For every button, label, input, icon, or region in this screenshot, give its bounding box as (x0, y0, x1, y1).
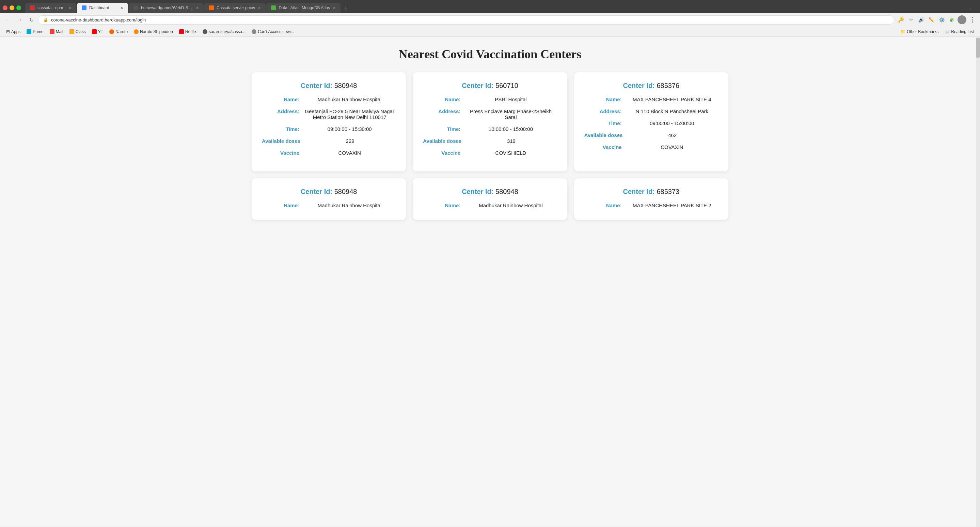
bookmark-label: Class (76, 29, 86, 34)
close-button[interactable] (3, 5, 8, 10)
shippuden-favicon (134, 29, 138, 34)
extensions-icon[interactable]: 🧩 (947, 15, 956, 24)
new-tab-button[interactable]: + (341, 3, 351, 13)
pencil-icon[interactable]: ✏️ (927, 15, 936, 24)
naruto-favicon (109, 29, 114, 34)
tab-label: homewardgamer/WebD-Selec... (141, 5, 193, 10)
time-value: 09:00:00 - 15:00:00 (626, 120, 718, 126)
doses-value: 319 (466, 138, 557, 144)
doses-label: Available doses (423, 138, 461, 144)
back-button[interactable]: ← (3, 15, 13, 24)
name-value: Madhukar Rainbow Hospital (304, 96, 396, 102)
minimize-button[interactable] (10, 5, 14, 10)
bookmark-prime[interactable]: Prime (24, 28, 46, 35)
bookmark-label: Prime (33, 29, 43, 34)
maximize-button[interactable] (16, 5, 21, 10)
title-bar: cassata - npm ✕ Dashboard ✕ homewardgame… (0, 0, 980, 13)
name-label: Name: (423, 203, 460, 208)
time-label: Time: (584, 120, 622, 126)
prime-favicon (27, 29, 31, 34)
reload-button[interactable]: ↻ (27, 15, 36, 24)
menu-icon[interactable]: ⋮ (968, 15, 977, 24)
tab-cassata-npm[interactable]: cassata - npm ✕ (25, 3, 76, 13)
bookmark-label: Mail (56, 29, 63, 34)
folder-icon: 📁 (900, 29, 905, 34)
time-row-3: Time: 09:00:00 - 15:00:00 (584, 120, 718, 126)
name-row-3: Name: MAX PANCHSHEEL PARK SITE 4 (584, 96, 718, 102)
bookmark-netflix[interactable]: Netflix (177, 28, 199, 35)
gh-favicon (203, 29, 207, 34)
netflix-favicon (179, 29, 184, 34)
tab-cassata-proxy[interactable]: Cassata server proxy ✕ (204, 3, 266, 13)
bookmark-naruto-shippuden[interactable]: Naruto Shippuden (131, 28, 176, 35)
other-bookmarks-label: Other Bookmarks (907, 29, 939, 34)
bookmark-class[interactable]: Class (67, 28, 89, 35)
address-bar[interactable]: 🔒 corona-vaccine-dashboard.herokuapp.com… (38, 15, 894, 24)
address-value: Press Enclave Marg Phase-2Sheikh Sarai (465, 109, 557, 120)
tab-favicon (209, 5, 214, 10)
doses-row-1: Available doses 229 (262, 138, 396, 144)
tab-close-icon[interactable]: ✕ (258, 6, 261, 10)
center-id-row-5: Center Id: 580948 (423, 188, 557, 196)
name-value: MAX PANCHSHEEL PARK SITE 2 (626, 203, 718, 208)
forward-button[interactable]: → (15, 15, 24, 24)
doses-row-2: Available doses 319 (423, 138, 557, 144)
address-value: Geetanjali FC-29 5 Near Malviya Nagar Me… (304, 109, 396, 120)
bookmark-saran[interactable]: saran-surya/cassa... (200, 28, 248, 35)
other-bookmarks[interactable]: 📁 Other Bookmarks (897, 28, 941, 35)
tab-bar: cassata - npm ✕ Dashboard ✕ homewardgame… (25, 3, 966, 13)
tab-close-icon[interactable]: ✕ (332, 6, 336, 10)
name-row-4: Name: Madhukar Rainbow Hospital (262, 203, 396, 208)
settings-icon[interactable]: ⚙️ (937, 15, 946, 24)
center-id-value: 580948 (495, 188, 518, 195)
reading-list-icon: 📖 (945, 29, 950, 34)
tab-dashboard[interactable]: Dashboard ✕ (77, 3, 128, 13)
name-row-1: Name: Madhukar Rainbow Hospital (262, 96, 396, 102)
bookmark-naruto[interactable]: Naruto (107, 28, 130, 35)
address-text: corona-vaccine-dashboard.herokuapp.com/l… (51, 18, 146, 22)
name-value: MAX PANCHSHEEL PARK SITE 4 (626, 96, 718, 102)
cards-grid: Center Id: 580948 Name: Madhukar Rainbow… (251, 72, 729, 220)
address-value: N 110 Block N Panchsheel Park (626, 109, 718, 114)
bookmark-mail[interactable]: Mail (47, 28, 66, 35)
bookmark-apps[interactable]: ⊞ Apps (3, 28, 23, 35)
page-content: Nearest Covid Vaccination Centers Center… (0, 37, 980, 526)
star-icon[interactable]: ☆ (907, 15, 915, 24)
speaker-icon[interactable]: 🔊 (917, 15, 926, 24)
doses-value: 462 (627, 132, 719, 138)
vaccine-label: Vaccine (423, 150, 460, 156)
extensions-button[interactable]: ⋮ (966, 3, 975, 12)
tab-close-icon[interactable]: ✕ (120, 6, 123, 10)
tab-github[interactable]: homewardgamer/WebD-Selec... ✕ (129, 3, 204, 13)
reading-list[interactable]: 📖 Reading List (942, 28, 977, 35)
vaccine-value: COVISHIELD (465, 150, 557, 156)
tab-close-icon[interactable]: ✕ (196, 6, 199, 10)
bookmark-yt[interactable]: YT (89, 28, 106, 35)
tab-favicon (30, 5, 35, 10)
tab-mongodb[interactable]: Data | Atlas: MongoDB Atlas ✕ (266, 3, 340, 13)
scrollbar-thumb[interactable] (976, 37, 980, 58)
name-label: Name: (423, 96, 460, 102)
center-id-row-1: Center Id: 580948 (262, 82, 396, 89)
name-label: Name: (584, 203, 622, 208)
doses-label: Available doses (584, 132, 623, 138)
tab-label: Data | Atlas: MongoDB Atlas (278, 5, 330, 10)
profile-avatar[interactable] (958, 15, 966, 24)
time-label: Time: (423, 126, 460, 132)
tab-label: Cassata server proxy (216, 5, 255, 10)
tab-favicon (82, 5, 86, 10)
tab-close-icon[interactable]: ✕ (68, 6, 72, 10)
name-value: Madhukar Rainbow Hospital (465, 203, 557, 208)
address-row-2: Address: Press Enclave Marg Phase-2Sheik… (423, 109, 557, 120)
bookmark-label: Naruto Shippuden (140, 29, 173, 34)
name-row-5: Name: Madhukar Rainbow Hospital (423, 203, 557, 208)
key-icon[interactable]: 🔑 (896, 15, 905, 24)
name-row-6: Name: MAX PANCHSHEEL PARK SITE 2 (584, 203, 718, 208)
name-row-2: Name: PSRI Hospital (423, 96, 557, 102)
bookmark-cantaccess[interactable]: Can't Access cowi... (249, 28, 297, 35)
center-id-label: Center Id: (301, 188, 332, 195)
vaccination-card-5: Center Id: 580948 Name: Madhukar Rainbow… (413, 178, 567, 220)
cantaccess-favicon (251, 29, 256, 34)
bookmark-label: saran-surya/cassa... (209, 29, 245, 34)
time-value: 09:00:00 - 15:30:00 (304, 126, 396, 132)
